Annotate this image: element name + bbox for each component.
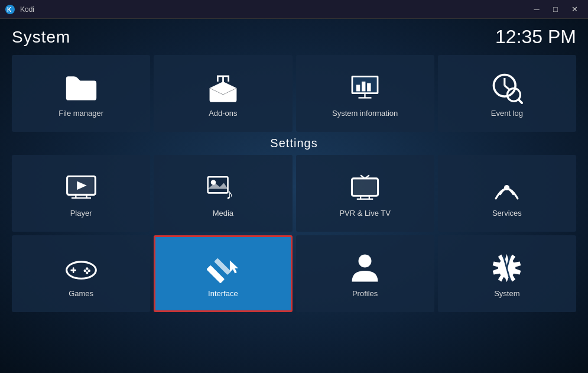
svg-rect-4 <box>356 85 360 91</box>
app-title: Kodi <box>20 5 34 14</box>
svg-point-37 <box>83 270 86 272</box>
window-controls: ─ □ ✕ <box>528 3 583 16</box>
profiles-icon <box>349 252 381 284</box>
svg-rect-5 <box>362 82 365 92</box>
interface-icon <box>207 252 239 284</box>
file-manager-label: File manager <box>59 109 103 118</box>
player-label: Player <box>70 209 92 218</box>
tile-media[interactable]: ♪ Media <box>154 155 292 232</box>
svg-marker-22 <box>208 183 228 189</box>
eventlog-icon <box>490 72 523 104</box>
tile-interface[interactable]: Interface <box>154 235 292 312</box>
tile-profiles[interactable]: Profiles <box>296 235 434 312</box>
interface-label: Interface <box>208 289 238 298</box>
grid-container: File manager Add-ons <box>12 55 576 366</box>
svg-point-38 <box>86 271 88 274</box>
tile-pvr[interactable]: PVR & Live TV <box>296 155 434 232</box>
settings-label: Settings <box>12 132 576 155</box>
games-label: Games <box>69 289 93 298</box>
svg-rect-25 <box>353 180 376 194</box>
folder-icon <box>65 72 98 104</box>
tile-event-log[interactable]: Event log <box>438 55 576 132</box>
close-button[interactable]: ✕ <box>566 3 583 16</box>
kodi-logo-icon: K <box>5 4 15 15</box>
tile-add-ons[interactable]: Add-ons <box>154 55 292 132</box>
addons-icon <box>207 72 239 104</box>
pvr-icon <box>349 171 381 204</box>
tile-services[interactable]: Services <box>438 155 576 232</box>
services-icon <box>490 171 523 204</box>
titlebar: K Kodi ─ □ ✕ <box>0 0 588 19</box>
page-title: System <box>12 28 70 47</box>
svg-line-13 <box>519 100 522 103</box>
profiles-label: Profiles <box>352 289 378 298</box>
minimize-button[interactable]: ─ <box>528 3 545 16</box>
clock-display: 12:35 PM <box>495 26 576 48</box>
media-label: Media <box>213 209 233 218</box>
svg-marker-41 <box>230 260 238 273</box>
tile-system[interactable]: System <box>438 235 576 312</box>
svg-point-35 <box>86 267 88 270</box>
add-ons-label: Add-ons <box>209 109 237 118</box>
media-icon: ♪ <box>207 171 239 204</box>
titlebar-left: K Kodi <box>5 4 34 15</box>
top-row: File manager Add-ons <box>12 55 576 132</box>
svg-text:K: K <box>7 7 12 13</box>
player-icon <box>65 171 98 204</box>
tile-player[interactable]: Player <box>12 155 150 232</box>
tile-system-information[interactable]: System information <box>296 55 434 132</box>
event-log-label: Event log <box>491 109 523 118</box>
maximize-button[interactable]: □ <box>547 3 564 16</box>
services-label: Services <box>492 209 522 218</box>
sysinfo-icon <box>349 72 381 104</box>
system-information-label: System information <box>332 109 398 118</box>
system-label: System <box>494 289 519 298</box>
svg-point-36 <box>87 270 90 272</box>
settings-row-1: Player ♪ Media <box>12 155 576 232</box>
settings-row-2: Games Interface Profiles <box>12 235 576 312</box>
main-content: System 12:35 PM File manager <box>0 19 588 373</box>
tile-file-manager[interactable]: File manager <box>12 55 150 132</box>
header: System 12:35 PM <box>12 26 576 48</box>
svg-point-42 <box>359 255 372 268</box>
games-icon <box>65 252 98 284</box>
svg-rect-6 <box>367 83 371 92</box>
svg-text:♪: ♪ <box>226 187 233 202</box>
pvr-label: PVR & Live TV <box>339 209 390 218</box>
system-settings-icon <box>490 252 523 284</box>
tile-games[interactable]: Games <box>12 235 150 312</box>
